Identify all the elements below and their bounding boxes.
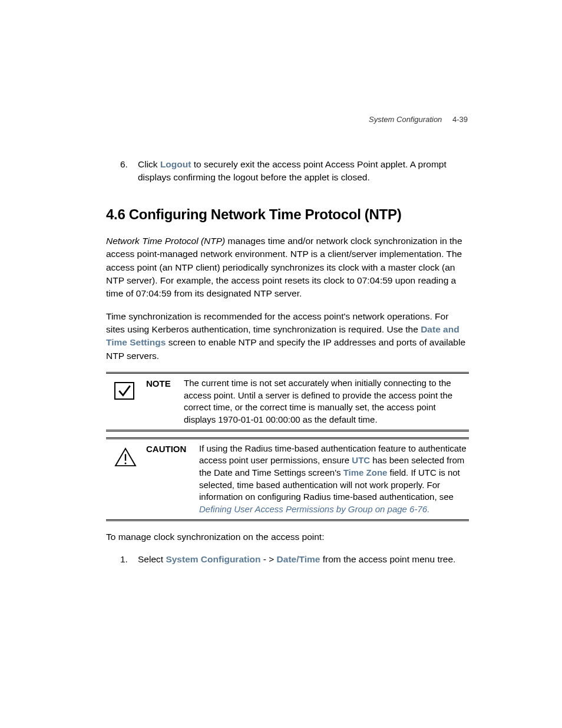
item-text: Click Logout to securely exit the access… [138,158,469,184]
text-fragment: Select [138,554,166,564]
cross-reference-link[interactable]: Defining User Access Permissions by Grou… [199,504,427,514]
paragraph-ntp-intro: Network Time Protocol (NTP) manages time… [106,235,469,301]
utc-label: UTC [352,455,370,465]
caution-icon-cell [106,443,138,516]
header-section: System Configuration [369,115,442,124]
item-text: Select System Configuration - > Date/Tim… [138,553,469,566]
text-fragment: Click [138,159,160,169]
checkmark-icon [114,382,134,400]
system-configuration-label: System Configuration [166,554,260,564]
note-icon-cell [106,377,138,426]
list-item-1: 1. Select System Configuration - > Date/… [106,553,469,566]
caution-callout: CAUTION If using the Radius time-based a… [106,437,469,521]
header-page: 4-39 [452,115,468,124]
section-heading: 4.6 Configuring Network Time Protocol (N… [106,206,469,223]
note-label: NOTE [146,377,176,426]
text-fragment: . [427,504,429,514]
text-fragment: Time synchronization is recommended for … [106,311,448,334]
text-fragment: - > [260,554,276,564]
note-callout: NOTE The current time is not set accurat… [106,372,469,431]
running-header: System Configuration 4-39 [106,115,469,124]
logout-label: Logout [160,159,191,169]
caution-text: If using the Radius time-based authentic… [199,443,469,516]
time-zone-label: Time Zone [343,467,388,477]
svg-point-1 [124,462,126,464]
list-item-6: 6. Click Logout to securely exit the acc… [106,158,469,184]
item-number: 1. [120,553,138,566]
paragraph-time-sync: Time synchronization is recommended for … [106,310,469,363]
paragraph-manage-clock: To manage clock synchronization on the a… [106,531,469,543]
warning-icon [114,447,137,467]
date-time-label: Date/Time [277,554,320,564]
note-text: The current time is not set accurately w… [184,377,469,426]
text-fragment: from the access point menu tree. [320,554,455,564]
term-ntp: Network Time Protocol (NTP) [106,236,225,246]
item-number: 6. [120,158,138,184]
caution-label: CAUTION [146,443,191,516]
